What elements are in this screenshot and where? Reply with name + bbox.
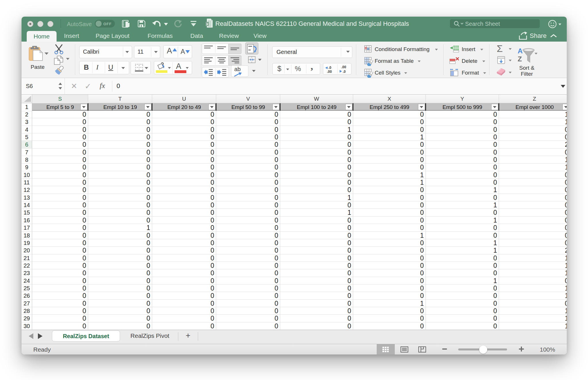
svg-text:x: x <box>206 22 208 26</box>
svg-text:.0: .0 <box>343 70 346 73</box>
svg-text:.00: .00 <box>327 70 332 73</box>
svg-text:.0: .0 <box>328 66 331 70</box>
svg-text:.00: .00 <box>341 65 346 69</box>
